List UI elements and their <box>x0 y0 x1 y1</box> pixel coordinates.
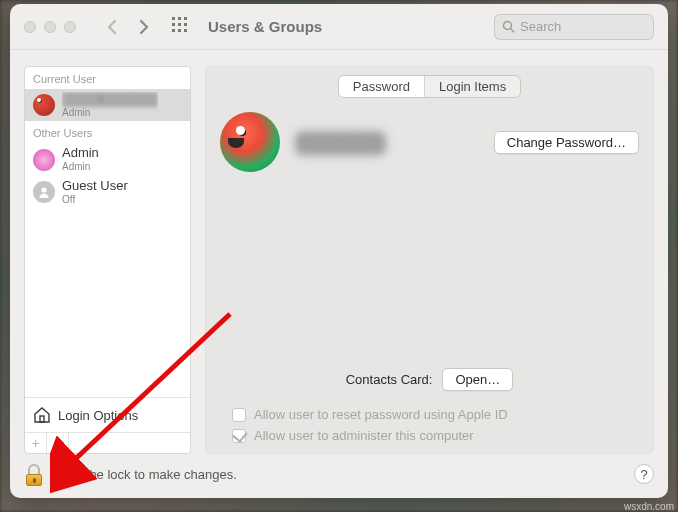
footer: Click the lock to make changes. ? <box>10 462 668 498</box>
lock-icon[interactable] <box>24 462 44 486</box>
svg-rect-1 <box>178 17 181 20</box>
sidebar-item-current-user[interactable]: ████ ██████ Admin <box>25 89 190 121</box>
current-user-header: Current User <box>25 67 190 89</box>
other-users-header: Other Users <box>25 121 190 143</box>
user-role: Admin <box>62 161 99 173</box>
window-title: Users & Groups <box>208 18 322 35</box>
login-options[interactable]: Login Options <box>25 397 190 432</box>
svg-line-10 <box>511 29 514 32</box>
svg-rect-0 <box>172 17 175 20</box>
user-name: Guest User <box>62 179 128 194</box>
sidebar-item-guest[interactable]: Guest User Off <box>25 176 190 208</box>
minimize-window-button[interactable] <box>44 21 56 33</box>
svg-rect-8 <box>184 29 187 32</box>
user-avatar[interactable] <box>220 112 280 172</box>
toolbar: Users & Groups <box>10 4 668 50</box>
svg-rect-3 <box>172 23 175 26</box>
search-input[interactable] <box>520 19 668 34</box>
watermark: wsxdn.com <box>624 501 674 512</box>
contacts-card-label: Contacts Card: <box>346 372 433 387</box>
lock-hint-text: Click the lock to make changes. <box>54 467 237 482</box>
avatar-icon <box>33 181 55 203</box>
svg-point-11 <box>41 187 46 192</box>
help-button[interactable]: ? <box>634 464 654 484</box>
login-options-label: Login Options <box>58 408 138 423</box>
users-sidebar: Current User ████ ██████ Admin Other Use… <box>24 66 191 454</box>
change-password-button[interactable]: Change Password… <box>494 131 639 154</box>
open-contacts-button[interactable]: Open… <box>442 368 513 391</box>
svg-point-9 <box>504 22 512 30</box>
search-field[interactable] <box>494 14 654 40</box>
svg-rect-7 <box>178 29 181 32</box>
user-display-name: ████████ <box>298 134 476 151</box>
user-role: Admin <box>62 107 158 119</box>
window-controls <box>24 21 76 33</box>
svg-rect-12 <box>40 416 44 422</box>
svg-rect-2 <box>184 17 187 20</box>
svg-rect-5 <box>184 23 187 26</box>
zoom-window-button[interactable] <box>64 21 76 33</box>
content-pane: Password Login Items ████████ Change Pas… <box>205 66 654 454</box>
tab-bar: Password Login Items <box>338 75 521 98</box>
search-icon <box>502 20 515 33</box>
user-role: Off <box>62 194 128 206</box>
close-window-button[interactable] <box>24 21 36 33</box>
show-all-icon[interactable] <box>172 17 188 37</box>
avatar-icon <box>33 94 55 116</box>
svg-rect-6 <box>172 29 175 32</box>
preferences-window: Users & Groups Current User ████ ██████ … <box>10 4 668 498</box>
avatar-icon <box>33 149 55 171</box>
forward-button[interactable] <box>139 19 150 35</box>
user-name: Admin <box>62 146 99 161</box>
svg-rect-4 <box>178 23 181 26</box>
allow-reset-label: Allow user to reset password using Apple… <box>254 407 508 422</box>
allow-reset-checkbox[interactable] <box>232 408 246 422</box>
back-button[interactable] <box>106 19 117 35</box>
allow-admin-label: Allow user to administer this computer <box>254 428 474 443</box>
allow-admin-checkbox[interactable] <box>232 429 246 443</box>
tab-login-items[interactable]: Login Items <box>424 76 520 97</box>
sidebar-item-admin[interactable]: Admin Admin <box>25 143 190 175</box>
remove-user-button[interactable]: − <box>47 433 69 453</box>
house-icon <box>33 406 51 424</box>
add-user-button[interactable]: + <box>25 433 47 453</box>
tab-password[interactable]: Password <box>339 76 424 97</box>
user-name: ████ ██████ <box>62 92 158 107</box>
